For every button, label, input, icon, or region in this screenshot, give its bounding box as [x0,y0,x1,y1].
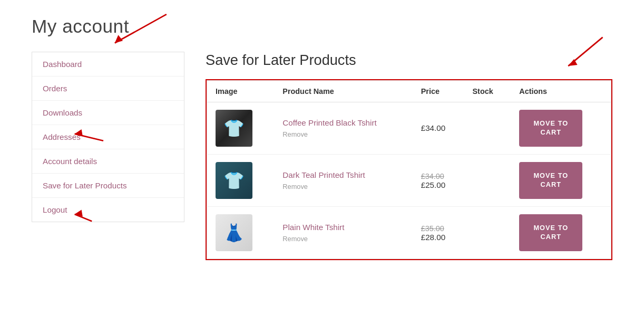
product-image [216,162,252,199]
col-header-product-name: Product Name [274,81,412,102]
product-name: Coffee Printed Black Tshirt [282,118,404,127]
product-price-original: £34.00 [421,172,456,180]
sidebar-item-dashboard[interactable]: Dashboard [32,52,184,77]
product-price-original: £35.00 [421,224,456,233]
col-header-image: Image [207,81,275,102]
sidebar: Dashboard Orders Downloads Addresses Acc… [32,52,184,222]
section-title: Save for Later Products [206,52,612,69]
product-stock-cell [464,207,511,259]
product-name: Dark Teal Printed Tshirt [282,170,404,179]
table-row: Plain White Tshirt Remove £35.00 £28.00 … [207,207,611,259]
sidebar-item-addresses[interactable]: Addresses [32,125,184,149]
move-to-cart-button[interactable]: MOVE TO CART [519,162,582,198]
product-image-cell [207,207,275,259]
product-remove-link[interactable]: Remove [282,130,308,138]
products-table: Image Product Name Price Stock Actions [207,80,611,259]
col-header-price: Price [413,81,464,102]
product-actions-cell: MOVE TO CART [511,155,611,207]
product-name-cell: Plain White Tshirt Remove [274,207,412,259]
product-price-cell: £34.00 £25.00 [413,155,464,207]
product-image-cell [207,102,275,155]
product-actions-cell: MOVE TO CART [511,102,611,155]
col-header-actions: Actions [511,81,611,102]
product-remove-link[interactable]: Remove [282,183,308,190]
move-to-cart-button[interactable]: MOVE TO CART [519,110,582,146]
product-price-sale: £28.00 [421,233,456,242]
sidebar-item-logout[interactable]: Logout [32,198,184,222]
product-image [216,110,252,147]
product-name: Plain White Tshirt [282,223,404,232]
product-remove-link[interactable]: Remove [282,235,308,243]
col-header-stock: Stock [464,81,511,102]
product-price-cell: £35.00 £28.00 [413,207,464,259]
table-row: Coffee Printed Black Tshirt Remove £34.0… [207,102,611,155]
product-price-sale: £25.00 [421,180,456,189]
product-name-cell: Dark Teal Printed Tshirt Remove [274,155,412,207]
product-stock-cell [464,102,511,155]
product-image-cell [207,155,275,207]
sidebar-item-account-details[interactable]: Account details [32,149,184,174]
page-title: My account [32,16,612,37]
move-to-cart-button[interactable]: MOVE TO CART [519,214,582,251]
table-row: Dark Teal Printed Tshirt Remove £34.00 £… [207,155,611,207]
product-name-cell: Coffee Printed Black Tshirt Remove [274,102,412,155]
product-actions-cell: MOVE TO CART [511,207,611,259]
sidebar-item-orders[interactable]: Orders [32,77,184,101]
sidebar-item-downloads[interactable]: Downloads [32,101,184,125]
content-area: Save for Later Products Image Product Na… [206,52,612,262]
product-price-cell: £34.00 [413,102,464,155]
sidebar-item-save-for-later[interactable]: Save for Later Products [32,174,184,198]
product-stock-cell [464,155,511,207]
product-image [216,214,252,251]
product-price: £34.00 [421,123,445,132]
